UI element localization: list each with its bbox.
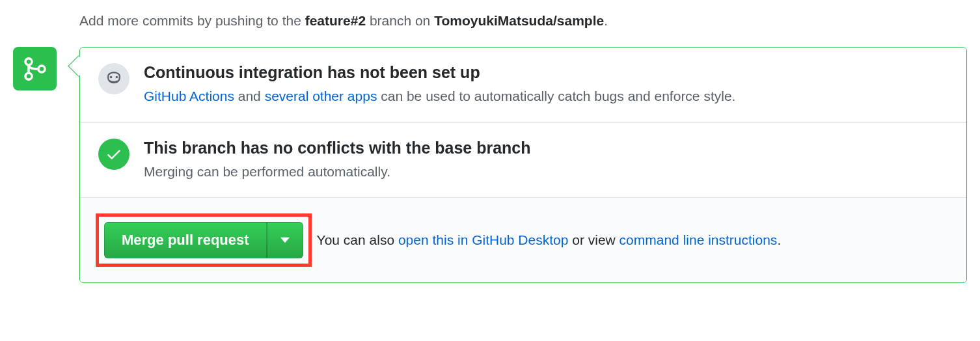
ci-rest: can be used to automatically catch bugs … bbox=[377, 89, 735, 103]
other-apps-link[interactable]: several other apps bbox=[265, 89, 377, 103]
push-hint: Add more commits by pushing to the featu… bbox=[79, 13, 980, 29]
svg-point-1 bbox=[25, 73, 32, 79]
footer-text: You can also open this in GitHub Desktop… bbox=[317, 232, 782, 248]
command-line-link[interactable]: command line instructions bbox=[619, 232, 778, 247]
conflict-title: This branch has no conflicts with the ba… bbox=[144, 139, 948, 157]
bot-icon bbox=[98, 63, 129, 94]
conflict-sub: Merging can be performed automatically. bbox=[144, 161, 948, 182]
check-icon bbox=[98, 139, 129, 170]
git-merge-icon bbox=[22, 56, 48, 82]
merge-options-dropdown[interactable] bbox=[267, 222, 303, 258]
merge-badge bbox=[13, 47, 57, 90]
svg-point-2 bbox=[38, 66, 45, 72]
merge-panel: Continuous integration has not been set … bbox=[79, 47, 967, 283]
hint-branch: feature#2 bbox=[305, 13, 366, 28]
ci-title: Continuous integration has not been set … bbox=[144, 63, 948, 82]
github-actions-link[interactable]: GitHub Actions bbox=[144, 89, 234, 103]
caret-down-icon bbox=[280, 237, 290, 243]
merge-button-highlight: Merge pull request bbox=[96, 213, 312, 267]
ci-description: GitHub Actions and several other apps ca… bbox=[144, 86, 948, 107]
footer-period: . bbox=[777, 232, 781, 247]
hint-repo: TomoyukiMatsuda/sample bbox=[434, 13, 604, 28]
merge-footer: Merge pull request You can also open thi… bbox=[80, 198, 966, 282]
github-desktop-link[interactable]: open this in GitHub Desktop bbox=[398, 232, 568, 247]
svg-point-4 bbox=[116, 76, 118, 79]
hint-suffix: . bbox=[604, 13, 608, 28]
svg-point-3 bbox=[110, 76, 113, 79]
ci-section: Continuous integration has not been set … bbox=[80, 48, 966, 123]
conflict-section: This branch has no conflicts with the ba… bbox=[80, 123, 966, 198]
merge-pull-request-button[interactable]: Merge pull request bbox=[104, 222, 267, 258]
svg-point-0 bbox=[25, 58, 32, 64]
footer-also-prefix: You can also bbox=[317, 232, 398, 247]
hint-mid: branch on bbox=[366, 13, 434, 28]
hint-prefix: Add more commits by pushing to the bbox=[79, 13, 305, 28]
footer-or-view: or view bbox=[568, 232, 619, 247]
ci-mid1: and bbox=[234, 89, 265, 103]
